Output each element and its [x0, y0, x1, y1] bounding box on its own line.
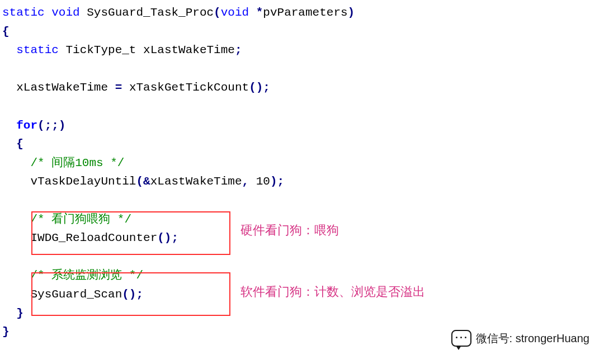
func-call: vTaskDelayUntil	[30, 175, 136, 188]
var-name: xLastWakeTime	[143, 44, 235, 56]
keyword-void: void	[221, 6, 249, 19]
keyword-void: void	[51, 6, 79, 19]
keyword-static: static	[2, 6, 45, 19]
watermark-sep: :	[509, 332, 516, 344]
param-name: pvParameters	[263, 6, 347, 19]
keyword-for: for	[16, 119, 37, 132]
number-literal: 10	[256, 175, 270, 188]
type-name: TickType_t	[65, 44, 136, 56]
func-call: xTaskGetTickCount	[129, 81, 249, 94]
annotation-hardware-watchdog: 硬件看门狗：喂狗	[240, 220, 339, 240]
comment: /* 间隔10ms */	[30, 157, 124, 169]
func-call: SysGuard_Scan	[30, 288, 122, 301]
var-name: xLastWakeTime	[16, 81, 108, 94]
comment: /* 看门狗喂狗 */	[30, 213, 131, 226]
watermark: 微信号: strongerHuang	[451, 329, 589, 347]
func-call: IWDG_ReloadCounter	[30, 231, 157, 244]
wechat-icon	[451, 330, 471, 347]
annotation-software-watchdog: 软件看门狗：计数、浏览是否溢出	[240, 282, 425, 301]
var-name: xLastWakeTime	[150, 175, 242, 188]
watermark-label: 微信号	[476, 332, 509, 344]
function-name: SysGuard_Task_Proc	[87, 6, 214, 19]
watermark-id: strongerHuang	[516, 332, 589, 344]
comment: /* 系统监测浏览 */	[30, 269, 143, 282]
keyword-static: static	[16, 44, 59, 56]
